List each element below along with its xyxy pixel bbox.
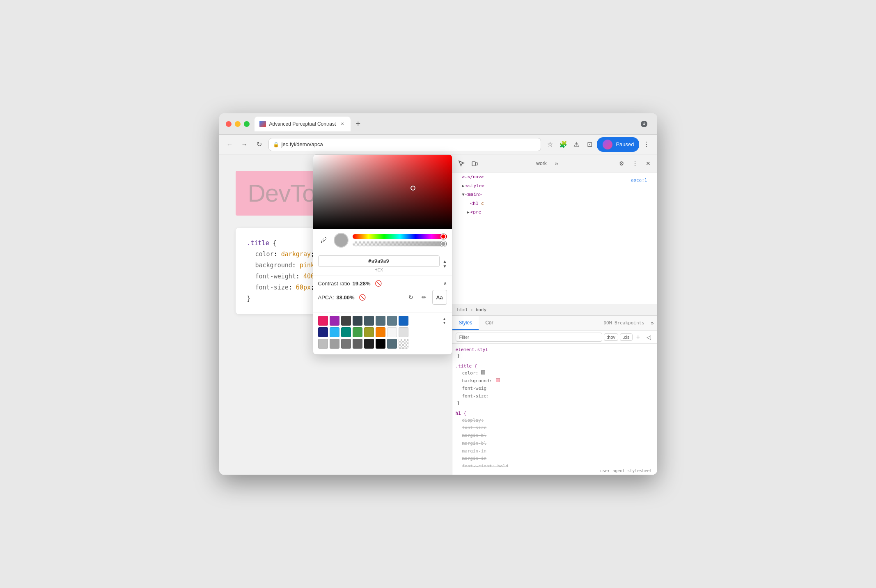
swatch-light-blue[interactable]: [330, 327, 339, 337]
swatch-grey-2[interactable]: [330, 339, 339, 349]
expand-pane-icon[interactable]: ◁: [644, 332, 654, 342]
color-gradient[interactable]: [313, 155, 452, 229]
swatch-blue-grey-light[interactable]: [387, 316, 397, 326]
hue-slider[interactable]: [353, 234, 447, 239]
inspect-element-icon[interactable]: [456, 158, 467, 169]
add-style-rule-button[interactable]: +: [634, 333, 642, 341]
tab-computed[interactable]: Cor: [479, 316, 500, 330]
breadcrumb-html[interactable]: html: [456, 307, 470, 312]
breadcrumb-bar: html › body: [452, 304, 657, 315]
swatches-row-2: [318, 327, 447, 337]
minimize-button[interactable]: [235, 121, 241, 127]
contrast-section: Contrast ratio 19.28% 🚫 ∧ APCA: 38.00% 🚫: [313, 276, 452, 312]
eyedropper-button[interactable]: 🖊: [318, 234, 330, 246]
swatch-blue-grey-2[interactable]: [387, 339, 397, 349]
swatch-purple[interactable]: [330, 316, 339, 326]
color-cursor[interactable]: [410, 186, 415, 191]
browser-tab[interactable]: Advanced Perceptual Contrast ✕: [255, 117, 351, 131]
address-text: jec.fyi/demo/apca: [282, 141, 323, 147]
swatch-lime[interactable]: [364, 327, 374, 337]
maximize-button[interactable]: [244, 121, 250, 127]
filter-input[interactable]: [456, 333, 603, 342]
swatch-blue-grey-mid[interactable]: [376, 316, 385, 326]
h1-rule-header: h1 {: [456, 411, 654, 416]
color-swatch-darkgray[interactable]: [481, 370, 485, 374]
tab-bar: Advanced Perceptual Contrast ✕ +: [255, 117, 633, 131]
swatch-very-dark[interactable]: [364, 339, 374, 349]
styles-content: element.styl } .title { color:: [452, 344, 657, 467]
cls-button[interactable]: .cls: [620, 333, 633, 341]
hex-input[interactable]: [318, 255, 440, 267]
refresh-icon-button[interactable]: ↻: [406, 292, 416, 302]
tab-close-button[interactable]: ✕: [339, 121, 346, 127]
alpha-slider[interactable]: [353, 241, 447, 246]
hov-button[interactable]: :hov: [604, 333, 618, 341]
swatch-blue-grey[interactable]: [364, 316, 374, 326]
swatch-light-grey[interactable]: [399, 327, 408, 337]
swatch-grey-4[interactable]: [353, 339, 362, 349]
warning-icon[interactable]: ⚠: [571, 139, 582, 150]
swatch-grey-1[interactable]: [318, 339, 328, 349]
color-picker: 🖊 HEX: [313, 154, 452, 355]
dom-breakpoints-label: DOM Breakpoints: [600, 316, 647, 330]
swatch-blue-grey-dark[interactable]: [353, 316, 362, 326]
h1-marginin1-prop: margin-in: [456, 448, 654, 455]
breadcrumb-body[interactable]: body: [474, 307, 488, 312]
devtools-panel: 🖊 HEX: [452, 154, 657, 475]
h1-rule: h1 { display: font-size margin-bl margin: [456, 411, 654, 467]
h1-display-prop: display:: [456, 417, 654, 425]
eyedropper-apca-icon[interactable]: ✏: [419, 292, 429, 302]
contrast-ratio-label: Contrast ratio: [318, 280, 350, 287]
svg-rect-2: [476, 163, 477, 165]
more-panels-icon[interactable]: »: [551, 158, 562, 169]
hex-down-arrow[interactable]: ▼: [443, 264, 447, 269]
new-tab-button[interactable]: +: [352, 118, 364, 130]
close-button[interactable]: [226, 121, 232, 127]
more-options-icon[interactable]: ⋮: [629, 158, 641, 169]
swatch-black[interactable]: [376, 339, 385, 349]
close-devtools-icon[interactable]: ✕: [642, 158, 654, 169]
swatch-grey-3[interactable]: [341, 339, 351, 349]
cast-icon[interactable]: ⊡: [584, 139, 595, 150]
swatch-orange[interactable]: [376, 327, 385, 337]
html-pre-line[interactable]: ▶<pre: [452, 208, 657, 217]
swatch-scroll-arrows[interactable]: ▲ ▼: [442, 317, 447, 324]
browser-window: Advanced Perceptual Contrast ✕ + ← → ↻ 🔒…: [219, 113, 657, 475]
html-h1-line[interactable]: <h1 c: [452, 199, 657, 208]
hex-up-arrow[interactable]: ▲: [443, 260, 447, 264]
hex-arrows: ▲ ▼: [443, 260, 447, 269]
more-tabs-button[interactable]: »: [648, 316, 657, 330]
swatch-indigo-dark[interactable]: [318, 327, 328, 337]
forward-button[interactable]: →: [239, 139, 250, 150]
back-button[interactable]: ←: [224, 139, 236, 150]
reload-button[interactable]: ↻: [254, 139, 265, 150]
hex-label: HEX: [374, 268, 383, 272]
title-fontweight-prop: font-weig: [456, 385, 654, 393]
extensions-icon[interactable]: 🧩: [557, 139, 569, 150]
swatches-row-1: ▲ ▼: [318, 316, 447, 326]
tab-styles[interactable]: Styles: [452, 316, 479, 330]
menu-icon[interactable]: ⋮: [641, 139, 652, 150]
expand-icon[interactable]: ∧: [443, 280, 447, 286]
styles-tabs: Styles Cor DOM Breakpoints »: [452, 316, 657, 331]
paused-button[interactable]: Paused: [597, 137, 639, 152]
color-swatch-pink[interactable]: [496, 378, 500, 382]
bookmark-star-icon[interactable]: ☆: [544, 139, 556, 150]
address-bar[interactable]: 🔒 jec.fyi/demo/apca: [268, 138, 541, 151]
swatch-up-arrow[interactable]: ▲: [442, 317, 447, 320]
swatch-dark-grey[interactable]: [341, 316, 351, 326]
download-icon: [638, 118, 651, 130]
swatch-blue-dark[interactable]: [399, 316, 408, 326]
swatch-pink[interactable]: [318, 316, 328, 326]
swatch-transparent[interactable]: [399, 339, 408, 349]
swatch-down-arrow[interactable]: ▼: [442, 321, 447, 324]
settings-gear-icon[interactable]: ⚙: [616, 158, 628, 169]
swatch-near-white[interactable]: [387, 327, 397, 337]
styles-toolbar: :hov .cls + ◁: [452, 331, 657, 344]
html-main-line[interactable]: ▼<main>: [452, 190, 657, 199]
aa-preview-button[interactable]: Aa: [432, 290, 447, 305]
swatch-teal[interactable]: [341, 327, 351, 337]
device-toolbar-icon[interactable]: [469, 158, 480, 169]
h1-fontweight-prop: font-weight: bold: [456, 463, 654, 467]
swatch-green[interactable]: [353, 327, 362, 337]
